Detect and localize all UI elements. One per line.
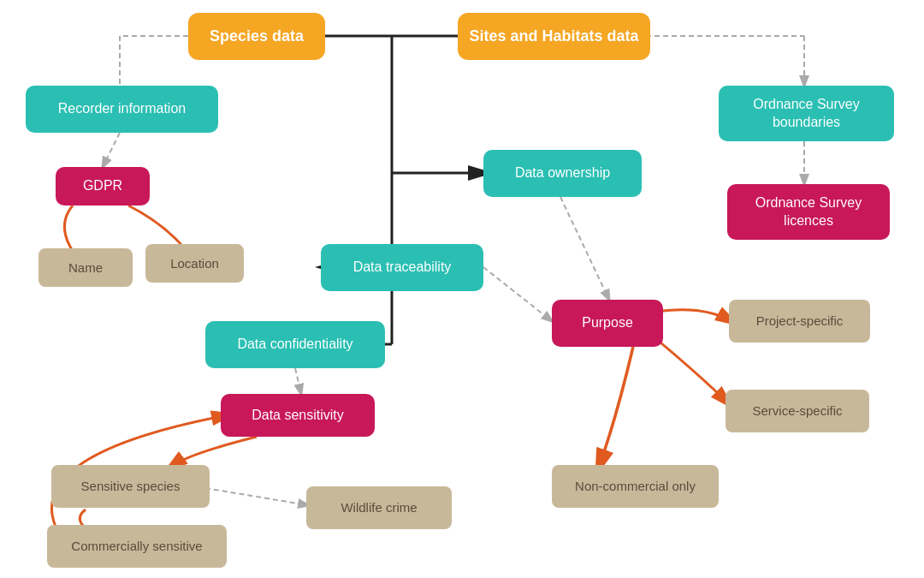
sites-habitats-node: Sites and Habitats data	[458, 13, 650, 60]
service-specific-node: Service-specific	[726, 390, 869, 432]
purpose-node: Purpose	[552, 300, 663, 347]
svg-line-10	[103, 133, 120, 167]
ordnance-survey-node: Ordnance Survey boundaries	[719, 86, 894, 141]
svg-line-15	[205, 488, 308, 505]
gdpr-node: GDPR	[56, 167, 150, 206]
wildlife-crime-node: Wildlife crime	[306, 486, 452, 529]
data-confidentiality-node: Data confidentiality	[205, 321, 385, 368]
commercially-sensitive-node: Commercially sensitive	[47, 525, 227, 568]
diagram: Species data Sites and Habitats data Rec…	[0, 0, 924, 578]
svg-line-14	[295, 368, 301, 394]
non-commercial-node: Non-commercial only	[552, 465, 719, 508]
project-specific-node: Project-specific	[729, 300, 870, 343]
svg-line-12	[483, 267, 552, 321]
svg-line-11	[560, 197, 609, 300]
name-node: Name	[38, 248, 133, 287]
location-node: Location	[145, 244, 244, 283]
sensitive-species-node: Sensitive species	[51, 465, 210, 508]
data-sensitivity-node: Data sensitivity	[221, 394, 375, 437]
recorder-info-node: Recorder information	[26, 86, 218, 133]
species-data-node: Species data	[188, 13, 325, 60]
data-ownership-node: Data ownership	[483, 150, 642, 197]
data-traceability-node: Data traceability	[321, 244, 483, 291]
ordnance-licences-node: Ordnance Survey licences	[727, 184, 890, 240]
